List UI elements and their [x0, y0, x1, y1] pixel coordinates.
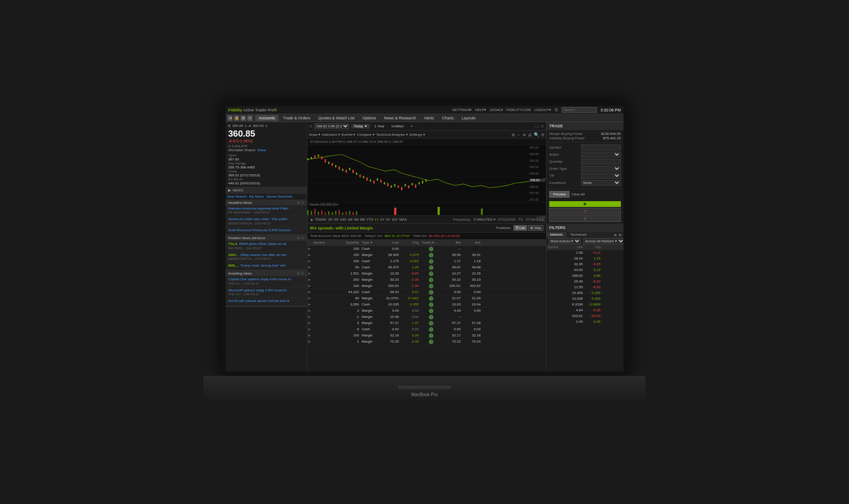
- investing-ideas-header[interactable]: Investing Ideas ⊟ ✕: [226, 271, 307, 276]
- filter-next-icon[interactable]: ▶: [618, 233, 623, 237]
- position-news-item-3[interactable]: IBM,... Trump vows 'strong look' into: [226, 263, 307, 270]
- row-expand-1[interactable]: ▶: [307, 253, 312, 257]
- table-row[interactable]: ▶ 1,501 Margin 10.28 -0.65 🛡 10.27 10.28: [307, 271, 546, 277]
- buy-button[interactable]: B: [549, 201, 621, 207]
- settings-btn[interactable]: Settings ▾: [409, 133, 425, 137]
- row-expand-6[interactable]: ▶: [307, 284, 312, 288]
- logout-menu[interactable]: LOGOUT▾: [534, 108, 551, 112]
- close-icon-2[interactable]: ✕: [301, 236, 304, 240]
- row-expand-3[interactable]: ▶: [307, 265, 312, 269]
- row-expand-14[interactable]: ▶: [307, 333, 312, 337]
- position-news-item-2[interactable]: AMZ... EBay shares rise after an ear MAR…: [226, 252, 307, 263]
- technicals-tab[interactable]: Technicals: [566, 232, 590, 237]
- chart-zoom-in[interactable]: 🔍: [534, 132, 539, 137]
- legal-menu[interactable]: LEGAL▾: [490, 108, 503, 112]
- tif-select[interactable]: [581, 173, 621, 179]
- table-row[interactable]: ▶ 8 Cash 0.02 0.00 🛡 0.00 0.02: [307, 326, 546, 332]
- filter-row[interactable]: 43.05 0.23: [547, 267, 623, 273]
- chart-symbol-select[interactable]: 298.62 0.88 (0.30%): [314, 123, 349, 129]
- technical-analysis-btn[interactable]: Technical Analysis ▾: [376, 133, 408, 137]
- arrow-left-icon[interactable]: ◀: [227, 115, 233, 121]
- chart-close-icon[interactable]: ✕: [541, 124, 544, 129]
- table-row[interactable]: ▶ 3 Margin 57.27 1.27 🛡 57.27 57.28: [307, 320, 546, 326]
- investing-item-3[interactable]: HUYA call volume above normal and di: [226, 298, 307, 305]
- filter-row[interactable]: 29.39 -8.20: [547, 279, 623, 284]
- symbol-input[interactable]: [581, 145, 621, 150]
- close-icon-3[interactable]: ✕: [301, 271, 304, 275]
- filter-row[interactable]: 6.3199 0.0899: [547, 302, 623, 307]
- filter-row[interactable]: 1.58 -0.12: [547, 250, 623, 256]
- help-menu[interactable]: HELP▾: [475, 108, 486, 112]
- markets-tab[interactable]: Markets: [547, 232, 566, 237]
- row-expand-11[interactable]: ▶: [307, 315, 312, 319]
- table-row[interactable]: ▶ 3 Margin 3.49 0.00 🛡 4.40 4.50: [307, 308, 546, 314]
- table-row[interactable]: ▶ 44,162 Cash 58.53 0.07 🛡 0.00 0.00: [307, 289, 546, 295]
- grid-icon[interactable]: ▦: [241, 115, 246, 121]
- row-expand-15[interactable]: ▶: [307, 340, 312, 344]
- draw-btn[interactable]: Draw ▾: [309, 133, 320, 137]
- fidelity-com-link[interactable]: FIDELITY.COM: [506, 108, 531, 112]
- tab-alerts[interactable]: Alerts: [420, 115, 437, 121]
- chart-icon-4[interactable]: 🖨: [528, 133, 532, 137]
- quantity-input[interactable]: [581, 159, 621, 164]
- filter-row[interactable]: 2.40 0.45: [547, 319, 623, 325]
- across-markets-select[interactable]: Across All Markets ▾: [583, 238, 623, 244]
- row-expand-5[interactable]: ▶: [307, 278, 312, 282]
- chart-tab-today[interactable]: Today ✦: [351, 124, 370, 129]
- tab-trade-orders[interactable]: Trade & Orders: [279, 115, 314, 121]
- row-expand-10[interactable]: ▶: [307, 309, 312, 313]
- position-news-header[interactable]: Position News (All Acco ⊟ ✕: [226, 235, 307, 241]
- chart-zoom-out[interactable]: ⊖: [541, 132, 544, 137]
- chart-min-icon[interactable]: –: [535, 124, 537, 129]
- row-expand-7[interactable]: ▶: [307, 290, 312, 294]
- row-expand-12[interactable]: ▶: [307, 321, 312, 325]
- filter-row[interactable]: 11.55 -8.20: [547, 284, 623, 290]
- filter-row[interactable]: 323.01 -39.43: [547, 313, 623, 319]
- settings-menu[interactable]: SETTINGS▾: [452, 108, 471, 112]
- chart-tab-add[interactable]: +: [408, 124, 415, 129]
- most-actives-select[interactable]: Most Actives ▾: [548, 238, 581, 244]
- events-btn[interactable]: Events ▾: [342, 133, 356, 137]
- table-row[interactable]: ▶ -1 Margin 10.38 0.00 🛡 --: [307, 314, 546, 320]
- tab-accounts[interactable]: Accounts: [255, 115, 279, 121]
- expand-icon-2[interactable]: ⊟: [297, 236, 300, 240]
- table-row[interactable]: ▶ 3,950 Cash 10.035 0.055 🛡 10.03 10.04: [307, 302, 546, 308]
- chart-icon-3[interactable]: ⊕: [523, 133, 526, 137]
- position-news-item-1[interactable]: TSLA BMW picks Oliver Zipse as ne REUTER…: [226, 241, 307, 252]
- filter-row[interactable]: 32.95 -0.65: [547, 261, 623, 267]
- row-expand-8[interactable]: ▶: [307, 296, 312, 300]
- row-expand-0[interactable]: ▶: [307, 247, 312, 251]
- investing-item-1[interactable]: Capital One options imply 4.8% move in T…: [226, 276, 307, 287]
- close-icon[interactable]: ✕: [301, 201, 304, 205]
- tab-layouts[interactable]: Layouts: [458, 115, 479, 121]
- news-item-2[interactable]: America's child-care crisis: 'The entire…: [226, 216, 307, 227]
- expand-icon[interactable]: ⊟: [297, 201, 300, 205]
- compare-btn[interactable]: Compare ▾: [357, 133, 374, 137]
- sell-short-button[interactable]: V: [549, 215, 621, 222]
- saved-searches-link[interactable]: Saved Searches: [266, 195, 292, 199]
- table-row[interactable]: ▶ 50 Cash 46.675 1.05 🛡 46.67 46.68: [307, 264, 546, 271]
- conditions-select[interactable]: None: [581, 180, 621, 186]
- clear-all-button[interactable]: Clear All: [571, 191, 585, 198]
- table-row[interactable]: ▶ 100 Cash 1.175 0.015 🛡 1.17 1.18: [307, 258, 546, 264]
- filter-row[interactable]: 298.62 0.88: [547, 273, 623, 279]
- map-view-btn[interactable]: ⊞ Map: [528, 225, 543, 231]
- table-row[interactable]: ▶ 150 Margin 39.505 0.475 🛡 39.50 39.51: [307, 252, 546, 258]
- table-row[interactable]: ▶ 100 Margin 32.18 0.20 🛡 32.17 32.18: [307, 332, 546, 339]
- action-select[interactable]: [581, 152, 621, 157]
- table-row[interactable]: ▶ 80 Margin 31.0701 0.1401 🛡 31.07 31.09: [307, 295, 546, 302]
- order-type-select[interactable]: [581, 166, 621, 172]
- headline-news-header[interactable]: Headline News ⊟ ✕: [226, 200, 307, 206]
- row-expand-4[interactable]: ▶: [307, 271, 312, 275]
- investing-item-2[interactable]: Microsoft options imply 4.8% move in THE…: [226, 287, 307, 298]
- tab-charts[interactable]: Charts: [439, 115, 458, 121]
- table-row[interactable]: ▶ 1 Margin 70.25 0.33 🛡 70.22 70.24: [307, 339, 546, 345]
- my-news-link[interactable]: My News: [249, 195, 264, 199]
- filter-row[interactable]: 15.305 0.265: [547, 290, 623, 296]
- row-expand-2[interactable]: ▶: [307, 259, 312, 263]
- filter-row[interactable]: 10.035 0.055: [547, 296, 623, 302]
- table-row[interactable]: ▶ 100 Margin 200.50 -1.30 🛡 200.5C 200.5…: [307, 283, 546, 289]
- chart-tab-1year[interactable]: 1 Year: [372, 124, 387, 129]
- tab-quotes[interactable]: Quotes & Watch List: [315, 115, 358, 121]
- tab-news-research[interactable]: News & Research: [380, 115, 419, 121]
